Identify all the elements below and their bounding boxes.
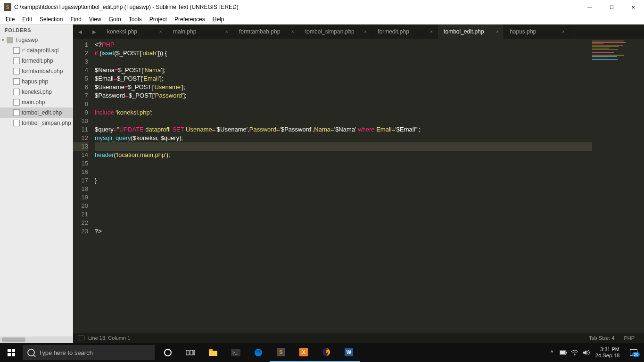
xampp-icon[interactable]: X xyxy=(292,343,315,362)
tab-nav-left-icon[interactable]: ◀ xyxy=(73,25,87,39)
notification-icon[interactable]: 20 xyxy=(623,349,644,356)
file-row[interactable]: formedit.php xyxy=(0,56,73,66)
svg-rect-5 xyxy=(190,350,193,355)
status-syntax[interactable]: PHP xyxy=(619,335,639,341)
explorer-icon[interactable] xyxy=(202,343,224,362)
svg-rect-1 xyxy=(12,349,15,352)
svg-rect-8 xyxy=(209,349,213,351)
folder-label: Tugaswp xyxy=(15,37,38,43)
file-icon xyxy=(13,58,20,64)
file-icon xyxy=(13,89,20,95)
menu-view[interactable]: View xyxy=(85,15,105,24)
line-gutter: 1234567891011121314151617181920212223 xyxy=(73,39,92,333)
window-title: C:\xampp\htdocs\Tugaswp\tombol_edit.php … xyxy=(14,4,239,10)
edge-icon[interactable] xyxy=(247,343,270,362)
svg-rect-3 xyxy=(12,353,15,356)
file-icon xyxy=(13,99,20,106)
cmd-icon[interactable]: >_ xyxy=(224,343,247,362)
tab-close-icon[interactable]: × xyxy=(487,29,499,34)
tab-close-icon[interactable]: × xyxy=(355,29,367,34)
sublime-icon[interactable]: S xyxy=(270,343,292,362)
svg-rect-14 xyxy=(566,352,567,354)
minimize-button[interactable]: — xyxy=(579,0,601,14)
status-position[interactable]: Line 13, Column 1 xyxy=(88,335,130,341)
file-row[interactable]: formtambah.php xyxy=(0,66,73,76)
folder-icon xyxy=(7,37,13,43)
taskbar-clock[interactable]: 3:31 PM 24-Sep-18 xyxy=(592,346,623,359)
svg-text:>_: >_ xyxy=(232,350,238,355)
svg-rect-7 xyxy=(209,351,217,356)
sidebar-heading: FOLDERS xyxy=(0,25,73,35)
panel-switch-icon[interactable] xyxy=(78,336,84,340)
tab-formedit[interactable]: formedit.php× xyxy=(372,25,438,39)
menu-file[interactable]: File xyxy=(2,15,18,24)
editor-body[interactable]: 1234567891011121314151617181920212223 <?… xyxy=(73,39,644,333)
windows-taskbar: Type here to search >_ S X W ^ 3:31 PM 2… xyxy=(0,343,644,362)
svg-rect-6 xyxy=(194,350,195,355)
sidebar-scrollbar[interactable] xyxy=(0,337,73,343)
code-content[interactable]: <?PHPif (isset($_POST['ubah'])) { $Nama=… xyxy=(92,39,592,333)
menu-project[interactable]: Project xyxy=(146,15,171,24)
file-row-active[interactable]: tombol_edit.php xyxy=(0,107,73,118)
status-tabsize[interactable]: Tab Size: 4 xyxy=(584,335,619,341)
tab-hapus[interactable]: hapus.php× xyxy=(504,25,570,39)
window-titlebar: S C:\xampp\htdocs\Tugaswp\tombol_edit.ph… xyxy=(0,0,644,14)
tab-tombolsimpan[interactable]: tombol_simpan.php× xyxy=(299,25,372,39)
file-icon xyxy=(13,68,20,74)
file-row[interactable]: /*dataprofil.sql xyxy=(0,45,73,56)
file-row[interactable]: hapus.php xyxy=(0,76,73,87)
menu-selection[interactable]: Selection xyxy=(36,15,66,24)
tab-close-icon[interactable]: × xyxy=(421,29,433,34)
menu-help[interactable]: Help xyxy=(209,15,228,24)
tab-close-icon[interactable]: × xyxy=(282,29,294,34)
menu-bar: File Edit Selection Find View Goto Tools… xyxy=(0,14,644,25)
tab-bar: ◀ ▶ koneksi.php× main.php× formtambah.ph… xyxy=(73,25,644,39)
editor-area: ◀ ▶ koneksi.php× main.php× formtambah.ph… xyxy=(73,25,644,343)
file-tree: ▾ Tugaswp /*dataprofil.sql formedit.php … xyxy=(0,35,73,337)
search-icon xyxy=(27,349,35,356)
file-row[interactable]: main.php xyxy=(0,97,73,107)
workspace: FOLDERS ▾ Tugaswp /*dataprofil.sql forme… xyxy=(0,25,644,343)
folder-row[interactable]: ▾ Tugaswp xyxy=(0,35,73,45)
menu-find[interactable]: Find xyxy=(66,15,85,24)
tray-chevron-icon[interactable]: ^ xyxy=(546,349,558,356)
wifi-icon[interactable] xyxy=(569,349,580,356)
firefox-icon[interactable] xyxy=(315,343,338,362)
taskview-icon[interactable] xyxy=(179,343,202,362)
volume-icon[interactable] xyxy=(580,349,592,356)
tab-close-icon[interactable]: × xyxy=(553,29,565,34)
menu-edit[interactable]: Edit xyxy=(18,15,36,24)
svg-rect-0 xyxy=(8,349,11,352)
file-icon xyxy=(13,120,20,126)
menu-preferences[interactable]: Preferences xyxy=(171,15,209,24)
svg-point-16 xyxy=(574,354,575,355)
search-placeholder: Type here to search xyxy=(39,349,93,356)
svg-rect-15 xyxy=(560,351,565,354)
close-button[interactable]: ✕ xyxy=(622,0,644,14)
minimap[interactable] xyxy=(592,39,644,333)
taskbar-search[interactable]: Type here to search xyxy=(23,345,155,360)
tab-main[interactable]: main.php× xyxy=(167,25,233,39)
menu-tools[interactable]: Tools xyxy=(125,15,146,24)
tab-close-icon[interactable]: × xyxy=(150,29,162,34)
word-icon[interactable]: W xyxy=(338,343,360,362)
maximize-button[interactable]: ☐ xyxy=(601,0,622,14)
menu-goto[interactable]: Goto xyxy=(105,15,125,24)
file-icon xyxy=(13,78,20,85)
tab-koneksi[interactable]: koneksi.php× xyxy=(101,25,167,39)
file-icon xyxy=(13,47,20,54)
tab-formtambah[interactable]: formtambah.php× xyxy=(233,25,299,39)
status-bar: Line 13, Column 1 Tab Size: 4 PHP xyxy=(73,333,644,343)
start-button[interactable] xyxy=(0,343,23,362)
svg-rect-4 xyxy=(186,350,189,355)
tab-tomboledit[interactable]: tombol_edit.php× xyxy=(438,25,504,39)
system-tray: ^ 3:31 PM 24-Sep-18 20 xyxy=(546,346,644,359)
tab-close-icon[interactable]: × xyxy=(216,29,228,34)
cortana-icon[interactable] xyxy=(157,343,179,362)
svg-rect-2 xyxy=(8,353,11,356)
file-row[interactable]: tombol_simpan.php xyxy=(0,118,73,128)
tab-nav-right-icon[interactable]: ▶ xyxy=(87,25,101,39)
file-icon xyxy=(13,109,20,116)
battery-icon[interactable] xyxy=(558,350,569,355)
file-row[interactable]: koneksi.php xyxy=(0,87,73,97)
